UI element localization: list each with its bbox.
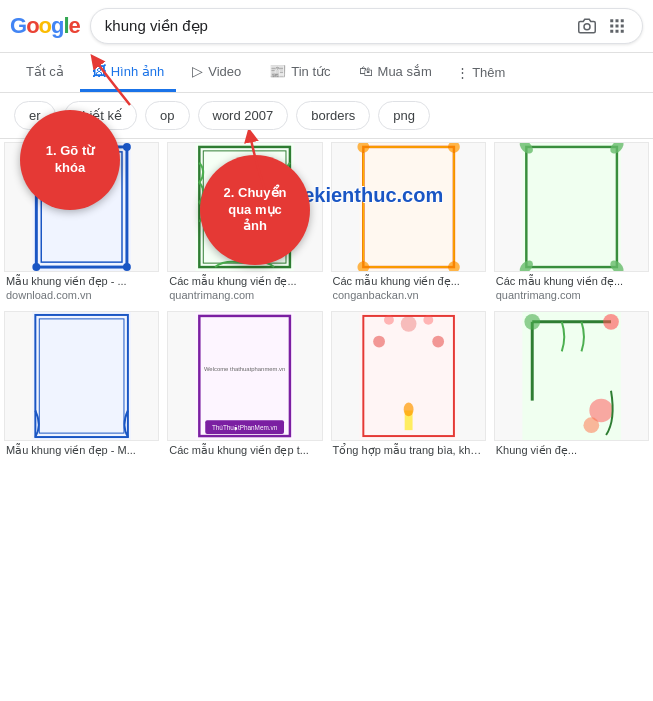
image-item-4[interactable]: Các mẫu khung viền đẹ... quantrimang.com xyxy=(490,139,653,308)
tab-shopping[interactable]: 🛍 Mua sắm xyxy=(347,53,444,92)
image-item-5[interactable]: Mẫu khung viền đẹp - M... xyxy=(0,308,163,465)
image-caption-5: Mẫu khung viền đẹp - M... xyxy=(4,441,159,458)
svg-rect-26 xyxy=(522,143,620,271)
svg-point-15 xyxy=(32,263,40,271)
tab-news-label: Tin tức xyxy=(291,64,330,79)
svg-rect-1 xyxy=(610,19,613,22)
shopping-icon: 🛍 xyxy=(359,63,373,79)
svg-point-14 xyxy=(123,143,131,151)
svg-point-53 xyxy=(603,314,619,330)
image-caption-7: Tổng hợp mẫu trang bìa, khung... xyxy=(331,441,486,458)
image-item-7[interactable]: Tổng hợp mẫu trang bìa, khung... xyxy=(327,308,490,465)
svg-point-55 xyxy=(583,417,599,433)
image-source-7 xyxy=(331,458,486,462)
arrow-2 xyxy=(235,130,295,200)
google-logo: Google xyxy=(10,13,80,39)
svg-rect-2 xyxy=(616,19,619,22)
search-input[interactable] xyxy=(105,18,576,35)
image-row-2: Mẫu khung viền đẹp - M... Welcome thathu… xyxy=(0,308,653,465)
svg-rect-8 xyxy=(616,30,619,33)
svg-rect-9 xyxy=(621,30,624,33)
image-source-1: download.com.vn xyxy=(4,289,159,305)
tab-video-label: Video xyxy=(208,64,241,79)
svg-point-47 xyxy=(373,336,385,348)
image-caption-3: Các mẫu khung viền đẹ... xyxy=(331,272,486,289)
camera-icon[interactable] xyxy=(576,15,598,37)
image-caption-4: Các mẫu khung viền đẹ... xyxy=(494,272,649,289)
tab-all[interactable]: Tất cả xyxy=(14,54,76,92)
svg-rect-5 xyxy=(616,25,619,28)
filter-pill-word2007[interactable]: word 2007 xyxy=(198,101,289,130)
news-icon: 📰 xyxy=(269,63,286,79)
filter-pill-borders[interactable]: borders xyxy=(296,101,370,130)
image-source-8 xyxy=(494,458,649,462)
image-source-4: quantrimang.com xyxy=(494,289,649,305)
image-source-5 xyxy=(4,458,159,462)
svg-point-42 xyxy=(400,316,416,332)
image-caption-2: Các mẫu khung viền đẹ... xyxy=(167,272,322,289)
svg-text:ThúThuậtPhanMem.vn: ThúThuậtPhanMem.vn xyxy=(212,424,278,432)
search-bar[interactable] xyxy=(90,8,643,44)
video-icon: ▷ xyxy=(192,63,203,79)
filter-pill-png[interactable]: png xyxy=(378,101,430,130)
svg-point-52 xyxy=(524,314,540,330)
tab-video[interactable]: ▷ Video xyxy=(180,53,253,92)
svg-text:Welcome thathuatphanmem.vn: Welcome thathuatphanmem.vn xyxy=(204,366,285,372)
image-item-8[interactable]: Khung viền đẹ... xyxy=(490,308,653,465)
annotation-bubble-1: 1. Gõ từ khóa xyxy=(20,110,120,210)
svg-point-43 xyxy=(384,315,394,325)
tab-all-label: Tất cả xyxy=(26,64,64,79)
svg-point-48 xyxy=(432,336,444,348)
image-caption-1: Mẫu khung viền đẹp - ... xyxy=(4,272,159,289)
tab-more-label: Thêm xyxy=(472,65,505,80)
image-item-3[interactable]: Các mẫu khung viền đẹ... conganbackan.vn xyxy=(327,139,490,308)
tab-news[interactable]: 📰 Tin tức xyxy=(257,53,342,92)
arrow-1 xyxy=(90,50,150,110)
svg-rect-6 xyxy=(621,25,624,28)
svg-rect-3 xyxy=(621,19,624,22)
tab-shopping-label: Mua sắm xyxy=(378,64,432,79)
svg-point-0 xyxy=(584,24,590,30)
tab-more[interactable]: ⋮ Thêm xyxy=(448,55,514,90)
header: Google xyxy=(0,0,653,53)
more-icon: ⋮ xyxy=(456,65,469,80)
image-source-6 xyxy=(167,458,322,462)
image-caption-8: Khung viền đẹ... xyxy=(494,441,649,458)
svg-rect-32 xyxy=(32,312,130,440)
image-item-6[interactable]: Welcome thathuatphanmem.vn ThúThuậtPhanM… xyxy=(163,308,326,465)
svg-point-16 xyxy=(123,263,131,271)
svg-point-46 xyxy=(403,403,413,417)
svg-rect-20 xyxy=(359,143,457,271)
image-caption-6: Các mẫu khung viền đẹp t... xyxy=(167,441,322,458)
image-source-3: conganbackan.vn xyxy=(331,289,486,305)
svg-rect-4 xyxy=(610,25,613,28)
filter-pill-op[interactable]: op xyxy=(145,101,189,130)
image-source-2: quantrimang.com xyxy=(167,289,322,305)
svg-point-44 xyxy=(423,315,433,325)
svg-rect-7 xyxy=(610,30,613,33)
grid-icon[interactable] xyxy=(606,15,628,37)
